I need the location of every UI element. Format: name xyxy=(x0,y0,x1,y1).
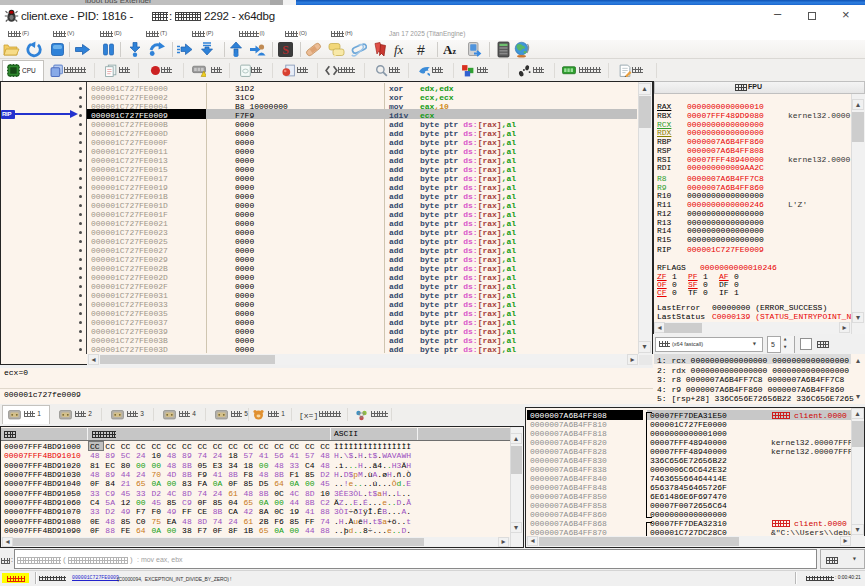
svg-text:A: A xyxy=(443,42,453,57)
svg-text:[x=]: [x=] xyxy=(299,411,318,420)
svg-text:#: # xyxy=(417,42,425,58)
svg-text:S: S xyxy=(282,43,289,57)
svg-text:z: z xyxy=(453,47,457,56)
svg-text:fx: fx xyxy=(394,42,404,57)
